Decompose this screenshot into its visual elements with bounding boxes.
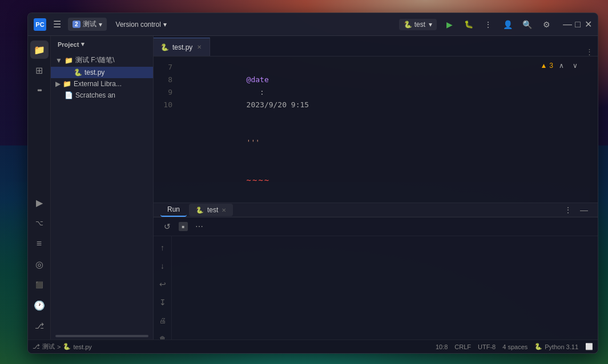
vcs-selector[interactable]: Version control ▾	[111, 19, 171, 30]
panel-tab-test[interactable]: 🐍 test ✕	[189, 204, 233, 216]
tree-item-external-libs[interactable]: ▶ 📁 External Libra...	[51, 78, 153, 90]
terminal-icon: ⬛	[35, 281, 43, 289]
activity-services[interactable]: ◎	[30, 255, 49, 273]
debug-icon: 🐛	[464, 20, 473, 29]
settings-icon: ⚙	[543, 20, 550, 29]
sidebar-scrollbar[interactable]	[55, 335, 148, 337]
status-indent[interactable]: 4 spaces	[502, 343, 528, 350]
folder-icon: 📁	[34, 45, 45, 55]
panel-output-area[interactable]	[172, 236, 598, 339]
print-button[interactable]: 🖨	[156, 314, 170, 327]
activity-more[interactable]: •••	[30, 82, 49, 100]
warning-badge[interactable]: ▲ 3	[540, 62, 553, 70]
panel-more-toolbar-button[interactable]: ⋯	[192, 220, 206, 233]
status-crlf-value: CRLF	[454, 343, 471, 350]
tab-test-py[interactable]: 🐍 test.py ✕	[154, 38, 210, 56]
panel-more-button[interactable]: ⋮	[561, 203, 575, 217]
plugin-icon: ⊞	[35, 65, 43, 76]
profile-icon: 👤	[503, 20, 513, 29]
editor-toolbar: ▲ 3 ∧ ∨	[540, 60, 581, 71]
settings-button[interactable]: ⚙	[538, 17, 554, 33]
status-position[interactable]: 10:8	[436, 343, 448, 350]
layers-icon: ≡	[37, 238, 42, 249]
minimize-button[interactable]: —	[563, 21, 571, 29]
tree-item-scratches[interactable]: 📄 Scratches an	[51, 90, 153, 101]
down-arrow-icon: ↓	[160, 261, 164, 270]
status-py-icon: 🐍	[63, 343, 71, 350]
tab-more-button[interactable]: ⋮	[581, 47, 598, 56]
up-arrow-icon: ↑	[160, 243, 164, 252]
warning-count: 3	[549, 62, 553, 70]
squiggle-text: ~~~~	[247, 176, 271, 185]
stop-button[interactable]: ■	[179, 222, 188, 231]
editor-scrollbar[interactable]	[590, 56, 598, 203]
nav-down-button[interactable]: ∨	[569, 60, 581, 71]
tree-item-root[interactable]: ▼ 📁 测试 F:\随笔\	[51, 54, 153, 67]
scroll-end-icon: ↧	[159, 298, 166, 307]
status-python-version[interactable]: 🐍 Python 3.11	[534, 343, 578, 350]
profile-button[interactable]: 👤	[500, 17, 516, 33]
panel-minimize-button[interactable]: —	[577, 203, 591, 217]
search-icon: 🔍	[522, 20, 532, 29]
tree-item-external-libs-label: External Libra...	[74, 80, 122, 88]
tree-item-root-label: 测试 F:\随笔\	[75, 55, 115, 65]
vcs-label: Version control	[116, 21, 161, 29]
search-button[interactable]: 🔍	[519, 17, 535, 33]
status-branch-label[interactable]: 测试	[42, 342, 55, 351]
maximize-button[interactable]: □	[574, 21, 582, 29]
more-actions-button[interactable]: ⋮	[480, 17, 496, 33]
restart-button[interactable]: ↺	[160, 220, 174, 233]
scroll-up-button[interactable]: ↑	[156, 241, 170, 254]
pycharm-logo: PC	[34, 18, 46, 31]
main-content: 📁 ⊞ ••• ▶ ⌥ ≡ ◎ ⬛	[28, 36, 598, 339]
stop-icon: ■	[182, 224, 185, 229]
project-arrow-icon: ▾	[99, 21, 102, 29]
share-icon: ⬜	[585, 343, 593, 350]
scroll-down-button[interactable]: ↓	[156, 259, 170, 273]
chevron-up-icon: ∧	[559, 62, 564, 70]
status-line-ending[interactable]: CRLF	[454, 343, 471, 350]
status-encoding[interactable]: UTF-8	[478, 343, 496, 350]
panel-tab-run[interactable]: Run	[160, 203, 187, 217]
code-content[interactable]: @date : 2023/9/20 9:15 ''' ~~~~ input()	[179, 56, 590, 203]
debug-button[interactable]: 🐛	[461, 17, 477, 33]
project-label: 测试	[83, 19, 96, 29]
status-sep: >	[57, 343, 61, 350]
status-file-label[interactable]: test.py	[73, 343, 91, 350]
status-indent-value: 4 spaces	[502, 343, 528, 350]
activity-problems[interactable]: 🕐	[30, 296, 49, 314]
tree-item-test-py[interactable]: 🐍 test.py	[51, 67, 153, 78]
vcs-arrow-icon: ▾	[163, 21, 167, 29]
panel-tab-close-icon[interactable]: ✕	[222, 207, 226, 213]
activity-layers[interactable]: ≡	[30, 234, 49, 253]
project-selector[interactable]: 2 测试 ▾	[68, 18, 107, 31]
hamburger-menu[interactable]: ☰	[51, 17, 63, 32]
sidebar-header[interactable]: Project ▾	[51, 36, 153, 52]
line-num-8: 8	[154, 74, 172, 86]
nav-up-button[interactable]: ∧	[555, 60, 567, 71]
activity-plugins[interactable]: ⊞	[30, 61, 49, 79]
close-button[interactable]: ✕	[584, 21, 592, 29]
run-config-selector[interactable]: 🐍 test ▾	[399, 19, 437, 30]
code-line-7: @date : 2023/9/20 9:15	[179, 61, 590, 124]
python-icon: 🐍	[534, 343, 542, 350]
activity-project[interactable]: 📁	[30, 41, 49, 59]
status-share[interactable]: ⬜	[585, 343, 593, 350]
activity-vcs[interactable]: ⎇	[30, 317, 49, 335]
status-position-value: 10:8	[436, 343, 448, 350]
clear-output-button[interactable]: 🗑	[156, 332, 170, 339]
title-actions: ▶ 🐛 ⋮ 👤 🔍 ⚙	[441, 17, 554, 33]
panel-file-icon: 🐍	[196, 207, 204, 214]
activity-git[interactable]: ⌥	[30, 214, 49, 232]
panel-tab-bar: Run 🐍 test ✕ ⋮ —	[154, 203, 598, 217]
code-editor[interactable]: ▲ 3 ∧ ∨ 7 8 9 10	[154, 56, 598, 203]
scroll-end-button[interactable]: ↧	[156, 296, 170, 309]
wrap-lines-button[interactable]: ↩	[156, 277, 170, 291]
tab-close-button[interactable]: ✕	[196, 43, 203, 51]
run-button[interactable]: ▶	[441, 17, 457, 33]
panel-more-icon: ⋮	[564, 205, 572, 215]
activity-terminal[interactable]: ⬛	[30, 276, 49, 294]
activity-run[interactable]: ▶	[30, 193, 49, 212]
status-bar: ⎇ 测试 > 🐍 test.py 10:8 CRLF UTF-8 4 space…	[28, 339, 598, 353]
clock-icon: 🕐	[34, 300, 45, 311]
